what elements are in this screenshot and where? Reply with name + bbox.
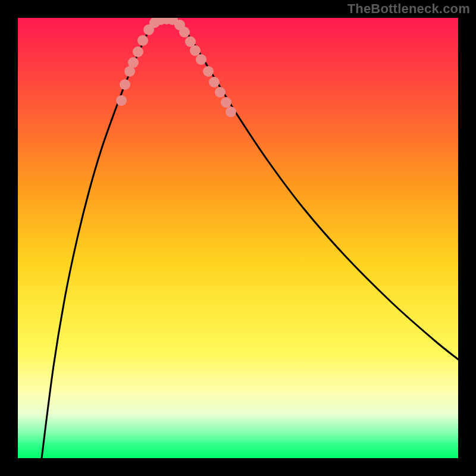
marker-point (190, 45, 201, 56)
curve-right-branch (173, 19, 458, 359)
marker-point (116, 95, 127, 106)
marker-point (179, 27, 190, 37)
marker-point (133, 46, 143, 57)
chart-svg (18, 18, 458, 458)
watermark-text: TheBottleneck.com (347, 1, 470, 17)
marker-point (215, 87, 226, 98)
curve-left-branch (42, 19, 161, 458)
marker-point (128, 57, 139, 68)
marker-point (209, 77, 220, 87)
marker-point (196, 54, 206, 65)
marker-point (137, 35, 148, 46)
chart-plot-area (18, 18, 458, 458)
chart-frame: TheBottleneck.com (0, 0, 476, 476)
marker-point (221, 97, 231, 108)
marker-point (203, 66, 214, 77)
marker-point (120, 79, 130, 90)
marker-point (226, 107, 236, 117)
